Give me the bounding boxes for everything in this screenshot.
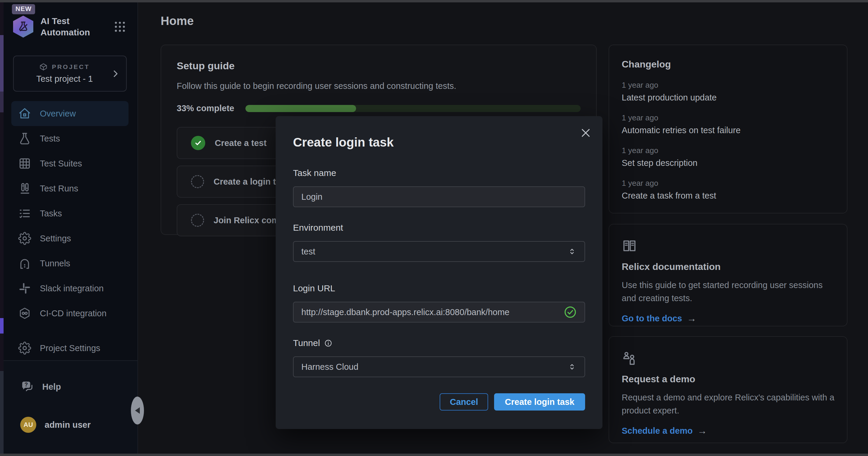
go-to-docs-link[interactable]: Go to the docs →	[622, 313, 696, 324]
schedule-demo-link[interactable]: Schedule a demo →	[622, 425, 707, 436]
arrow-right-icon: →	[687, 313, 696, 324]
project-selector[interactable]: PROJECT Test project - 1	[13, 56, 127, 92]
setup-progress-bar	[245, 105, 581, 112]
changelog-entry: 1 year ago Create a task from a test	[622, 178, 834, 201]
progress-label: 33% complete	[177, 103, 234, 113]
app-switcher-grid-icon[interactable]	[113, 20, 127, 34]
help-chat-icon	[20, 380, 34, 394]
app-header: NEW AI Test Automation	[11, 15, 128, 38]
window-bottom-edge	[0, 454, 868, 456]
left-rail-accent	[0, 92, 4, 112]
setup-guide-description: Follow this guide to begin recording use…	[177, 81, 581, 91]
tunnel-label: Tunnel	[293, 338, 585, 348]
tunnel-select[interactable]: Harness Cloud	[293, 356, 585, 377]
documentation-title: Relicx documentation	[622, 261, 834, 272]
left-rail-accent	[0, 35, 4, 92]
login-url-value: http://stage.dbank.prod-apps.relicx.ai:8…	[301, 307, 509, 317]
arrow-right-icon: →	[698, 425, 707, 436]
create-login-task-modal: Create login task Task name Login Enviro…	[276, 116, 602, 429]
flask-logo-icon	[17, 21, 29, 33]
test-runs-icon	[18, 182, 32, 195]
cicd-icon	[18, 306, 32, 320]
changelog-card: Changelog 1 year ago Latest production u…	[609, 44, 847, 214]
sidebar-item-label: Overview	[40, 109, 76, 119]
request-demo-card: Request a demo Request a demo and explor…	[609, 336, 847, 443]
sidebar-item-label: Slack integration	[40, 284, 103, 293]
chevron-right-icon	[111, 69, 120, 78]
sidebar-item-project-settings[interactable]: Project Settings	[11, 341, 128, 355]
sidebar-footer: Help AU admin user	[4, 360, 137, 454]
sidebar-nav: Overview Tests Test Suites Test Runs Tas…	[11, 101, 128, 326]
sidebar: NEW AI Test Automation PROJECT Test proj…	[4, 2, 138, 454]
setup-progress-fill	[245, 105, 356, 112]
task-name-input[interactable]: Login	[293, 186, 585, 207]
page-title: Home	[161, 14, 194, 28]
left-rail-accent	[0, 371, 4, 454]
link-label: Schedule a demo	[622, 426, 693, 436]
info-icon[interactable]	[324, 339, 332, 347]
sidebar-item-cicd-integration[interactable]: CI-CD integration	[11, 301, 128, 326]
book-icon	[622, 238, 834, 254]
sidebar-item-tunnels[interactable]: Tunnels	[11, 251, 128, 276]
changelog-timestamp: 1 year ago	[622, 178, 834, 188]
documentation-description: Use this guide to get started recording …	[622, 279, 834, 305]
changelog-timestamp: 1 year ago	[622, 113, 834, 123]
users-icon	[622, 351, 834, 366]
sidebar-item-label: Test Runs	[40, 184, 78, 194]
chevron-left-icon	[135, 407, 140, 414]
sidebar-item-label: Tasks	[40, 209, 62, 219]
sidebar-item-tasks[interactable]: Tasks	[11, 201, 128, 226]
changelog-entry: 1 year ago Automatic retries on test fai…	[622, 113, 834, 135]
sidebar-item-overview[interactable]: Overview	[11, 101, 128, 126]
package-icon	[39, 63, 48, 71]
changelog-entry-title: Latest production update	[622, 93, 834, 103]
flask-icon	[18, 132, 32, 145]
help-label: Help	[42, 382, 61, 392]
cancel-button[interactable]: Cancel	[440, 393, 488, 411]
slack-icon	[18, 282, 32, 295]
window-top-edge	[0, 0, 868, 2]
modal-title: Create login task	[293, 135, 585, 150]
app-title: AI Test Automation	[40, 15, 104, 38]
left-rail-accent	[0, 318, 4, 333]
gear-icon	[18, 341, 32, 355]
documentation-card: Relicx documentation Use this guide to g…	[609, 224, 847, 326]
changelog-entry-title: Set step description	[622, 158, 834, 168]
changelog-entry: 1 year ago Set step description	[622, 146, 834, 168]
empty-circle-icon	[191, 175, 204, 188]
environment-select[interactable]: test	[293, 241, 585, 262]
sidebar-item-label: Tests	[40, 134, 60, 143]
sidebar-item-test-runs[interactable]: Test Runs	[11, 176, 128, 201]
sidebar-item-tests[interactable]: Tests	[11, 126, 128, 151]
new-badge: NEW	[12, 4, 35, 14]
project-name: Test project - 1	[36, 74, 93, 84]
sidebar-item-label: Settings	[40, 234, 71, 243]
valid-check-icon	[564, 305, 577, 319]
sidebar-item-label: CI-CD integration	[40, 308, 106, 318]
help-button[interactable]: Help	[20, 380, 121, 394]
task-name-label: Task name	[293, 168, 585, 178]
changelog-timestamp: 1 year ago	[622, 80, 834, 90]
request-demo-title: Request a demo	[622, 374, 834, 385]
sidebar-item-label: Tunnels	[40, 259, 70, 268]
close-icon[interactable]	[578, 125, 593, 140]
app-logo	[13, 16, 33, 38]
task-name-value: Login	[301, 192, 322, 202]
changelog-timestamp: 1 year ago	[622, 146, 834, 155]
sidebar-item-settings[interactable]: Settings	[11, 226, 128, 251]
tunnel-value: Harness Cloud	[301, 362, 359, 372]
check-circle-icon	[191, 136, 205, 150]
sidebar-item-test-suites[interactable]: Test Suites	[11, 151, 128, 176]
create-login-task-button[interactable]: Create login task	[494, 393, 585, 411]
link-label: Go to the docs	[622, 314, 682, 323]
user-menu[interactable]: AU admin user	[20, 417, 121, 433]
sidebar-item-slack-integration[interactable]: Slack integration	[11, 276, 128, 301]
empty-circle-icon	[191, 214, 204, 227]
login-url-input[interactable]: http://stage.dbank.prod-apps.relicx.ai:8…	[293, 302, 585, 323]
list-icon	[18, 206, 32, 220]
sidebar-collapse-handle[interactable]	[131, 396, 144, 424]
environment-label: Environment	[293, 223, 585, 233]
changelog-title: Changelog	[622, 59, 834, 70]
sidebar-item-label: Project Settings	[40, 343, 100, 353]
sidebar-item-label: Test Suites	[40, 159, 82, 168]
